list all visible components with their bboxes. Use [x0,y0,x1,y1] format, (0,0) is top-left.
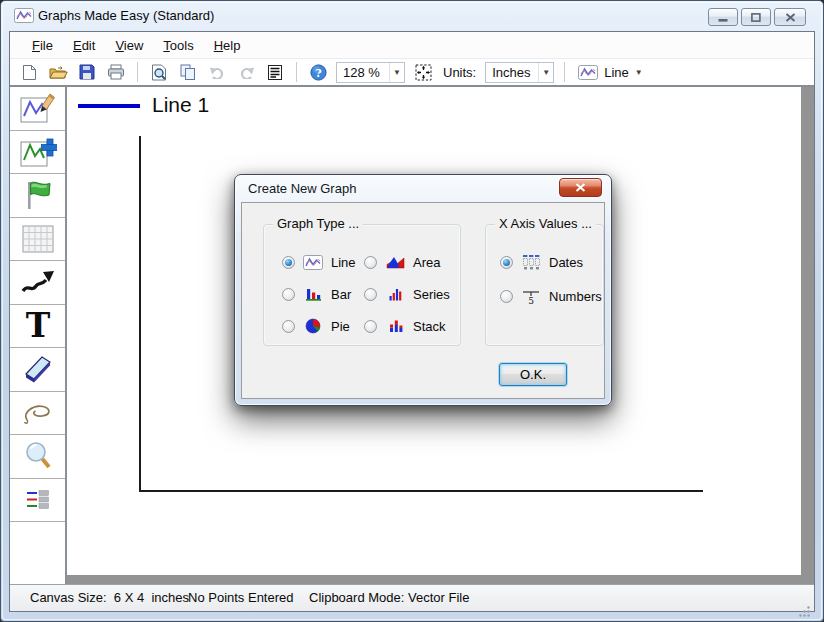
toolbar: ? 128 % ▼ Units: Inches ▼ Line ▼ [10,59,814,87]
maximize-button[interactable] [741,8,771,26]
grid-icon [22,225,54,253]
chart-type-dropdown[interactable]: Line ▼ [575,65,646,80]
chevron-down-icon[interactable]: ▼ [538,63,553,82]
tool-lasso[interactable] [10,392,65,436]
menu-edit[interactable]: Edit [63,34,105,57]
graph-type-group-label: Graph Type ... [273,216,363,231]
edit-graph-icon [19,91,57,125]
copy-button[interactable] [177,61,199,83]
help-icon: ? [310,64,327,81]
tool-flag[interactable] [10,174,65,218]
option-label: Area [413,255,440,270]
menu-view[interactable]: View [105,34,153,57]
radio-option-line[interactable]: Line [282,251,356,273]
tool-add-graph[interactable] [10,131,65,175]
toolbar-separator [137,62,138,82]
trend-arrow-icon [21,269,55,295]
radio-option-bar[interactable]: Bar [282,283,351,305]
dialog-body: Graph Type ... Line Bar [241,202,605,399]
tool-trend-arrow[interactable] [10,261,65,305]
chart-type-value: Line [604,65,629,80]
title-bar[interactable]: Graphs Made Easy (Standard) [1,1,823,31]
legend-label: Line 1 [152,93,209,117]
menu-bar: File Edit View Tools Help [10,32,814,59]
radio-option-numbers[interactable]: 5 Numbers [500,285,602,307]
option-label: Stack [413,319,446,334]
radio-option-area[interactable]: Area [364,251,440,273]
menu-file[interactable]: File [22,34,63,57]
units-combobox[interactable]: Inches ▼ [485,62,554,83]
status-canvas-size: Canvas Size: 6 X 4 inches [30,590,189,605]
area-chart-icon [384,255,406,269]
lasso-icon [22,400,54,426]
window-close-button[interactable] [774,8,806,26]
tool-text[interactable]: T [10,305,65,349]
data-list-button[interactable] [264,61,286,83]
pie-chart-icon [302,318,324,334]
eraser-icon [22,353,54,385]
minimize-button[interactable] [708,8,738,26]
option-label: Line [331,255,356,270]
radio-button[interactable] [364,288,377,301]
print-preview-button[interactable] [148,61,170,83]
tool-zoom[interactable] [10,435,65,479]
data-list-icon [268,65,282,80]
radio-button[interactable] [364,256,377,269]
undo-icon [209,66,226,79]
series-chart-icon [384,287,406,301]
status-bar: Canvas Size: 6 X 4 inches No Points Ente… [10,584,814,611]
radio-button[interactable] [282,320,295,333]
radio-option-pie[interactable]: Pie [282,315,350,337]
open-button[interactable] [47,61,69,83]
new-document-icon [22,64,37,81]
resize-grip-icon [798,605,811,618]
tool-legend[interactable] [10,479,65,523]
tool-palette: T [10,87,67,584]
app-icon [14,8,34,27]
app-window: Graphs Made Easy (Standard) File Edit Vi… [0,0,824,622]
new-document-button[interactable] [18,61,40,83]
save-floppy-icon [79,64,95,80]
save-button[interactable] [76,61,98,83]
tool-eraser[interactable] [10,348,65,392]
flag-icon [23,178,53,212]
legend-tool-icon [25,489,51,511]
dialog-title: Create New Graph [248,181,356,196]
menu-help[interactable]: Help [204,34,251,57]
line-chart-icon [302,255,324,270]
graph-type-group: Graph Type ... Line Bar [263,224,461,346]
x-axis-values-group: X Axis Values ... Dates 5 Numbers [485,224,604,346]
fit-page-button[interactable] [412,61,434,83]
radio-button[interactable] [500,290,513,303]
open-folder-icon [49,65,68,80]
radio-option-stack[interactable]: Stack [364,315,446,337]
redo-button[interactable] [235,61,257,83]
maximize-icon [751,13,761,22]
tool-edit-graph[interactable] [10,87,65,131]
radio-button[interactable] [282,288,295,301]
tool-grid[interactable] [10,218,65,262]
zoom-tool-icon [23,440,53,472]
radio-option-series[interactable]: Series [364,283,450,305]
help-button[interactable]: ? [307,61,329,83]
add-graph-icon [19,135,57,169]
status-points: No Points Entered [188,590,294,605]
resize-grip[interactable] [769,590,811,608]
radio-button[interactable] [364,320,377,333]
y-axis [139,136,141,491]
chevron-down-icon[interactable]: ▼ [389,63,404,82]
radio-button[interactable] [282,256,295,269]
menu-tools[interactable]: Tools [153,34,203,57]
dialog-close-button[interactable] [559,178,602,197]
zoom-combobox[interactable]: 128 % ▼ [336,62,405,83]
radio-option-dates[interactable]: Dates [500,251,583,273]
svg-text:?: ? [315,66,321,79]
print-button[interactable] [105,61,127,83]
undo-button[interactable] [206,61,228,83]
units-value: Inches [486,65,538,80]
ok-button[interactable]: O.K. [499,363,567,386]
radio-button[interactable] [500,256,513,269]
copy-icon [180,64,196,81]
toolbar-separator [296,62,297,82]
calendar-icon [520,254,542,271]
